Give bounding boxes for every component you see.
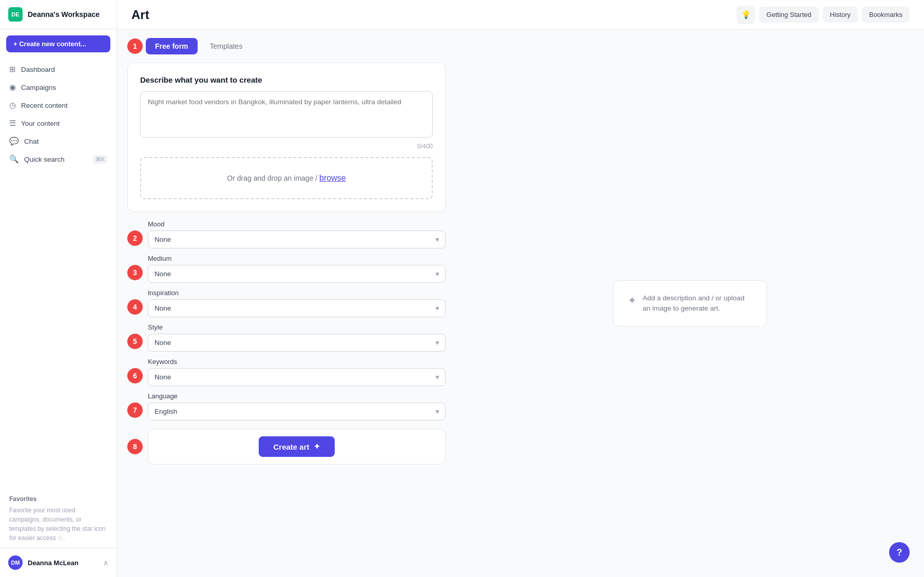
sidebar-footer: DM Deanna McLean ∧ xyxy=(0,548,117,577)
sidebar-item-chat[interactable]: 💬 Chat xyxy=(4,132,112,150)
user-avatar: DM xyxy=(8,555,23,570)
description-card: Describe what you want to create 0/400 O… xyxy=(127,63,446,212)
user-menu-chevron-icon[interactable]: ∧ xyxy=(103,559,108,567)
step-7-badge: 7 xyxy=(127,402,143,418)
inspiration-label: Inspiration xyxy=(148,289,446,297)
form-panel: 1 Free form Templates Describe what you … xyxy=(117,30,456,577)
language-field-col: Language English ▼ xyxy=(148,392,446,420)
style-field-col: Style None ▼ xyxy=(148,323,446,352)
mood-select[interactable]: None xyxy=(148,230,446,248)
step-6-badge: 6 xyxy=(127,368,143,383)
keywords-label: Keywords xyxy=(148,358,446,366)
medium-label: Medium xyxy=(148,255,446,262)
preview-panel: ✦ Add a description and / or upload an i… xyxy=(456,30,924,577)
favorites-title: Favorites xyxy=(9,495,107,503)
step-3-badge: 3 xyxy=(127,265,143,280)
topbar-actions: 💡 Getting Started History Bookmarks xyxy=(737,6,910,24)
inspiration-select[interactable]: None xyxy=(148,299,446,317)
tab-free-form[interactable]: Free form xyxy=(146,38,198,54)
tabs-row: 1 Free form Templates xyxy=(117,30,456,54)
sidebar-item-dashboard-label: Dashboard xyxy=(21,66,55,73)
sidebar-item-recent-content-label: Recent content xyxy=(21,102,68,109)
page-title: Art xyxy=(131,8,149,22)
medium-dropdown-wrapper: None ▼ xyxy=(148,265,446,283)
step-8-badge: 8 xyxy=(127,439,143,454)
browse-link[interactable]: browse xyxy=(319,174,346,182)
preview-hint-card: ✦ Add a description and / or upload an i… xyxy=(613,280,767,327)
sidebar: DE Deanna's Workspace + Create new conte… xyxy=(0,0,117,577)
recent-content-icon: ◷ xyxy=(9,101,16,110)
language-dropdown-wrapper: English ▼ xyxy=(148,402,446,420)
workspace-avatar: DE xyxy=(8,7,23,22)
step-2-badge: 2 xyxy=(127,230,143,246)
step-1-badge: 1 xyxy=(127,39,143,54)
sidebar-item-campaigns-label: Campaigns xyxy=(21,84,56,91)
sidebar-header: DE Deanna's Workspace xyxy=(0,0,117,29)
getting-started-button[interactable]: Getting Started xyxy=(759,7,818,23)
sidebar-nav: ⊞ Dashboard ◉ Campaigns ◷ Recent content… xyxy=(0,59,117,490)
help-button[interactable]: ? xyxy=(889,542,910,563)
describe-section-title: Describe what you want to create xyxy=(140,75,433,84)
dashboard-icon: ⊞ xyxy=(9,65,16,74)
mood-field-row: 2 Mood None ▼ xyxy=(127,220,446,248)
mood-field-col: Mood None ▼ xyxy=(148,220,446,248)
sidebar-item-recent-content[interactable]: ◷ Recent content xyxy=(4,97,112,114)
workspace-name: Deanna's Workspace xyxy=(28,10,100,18)
sidebar-item-your-content-label: Your content xyxy=(21,120,60,127)
chat-icon: 💬 xyxy=(9,137,19,146)
language-select[interactable]: English xyxy=(148,402,446,420)
medium-field-col: Medium None ▼ xyxy=(148,255,446,283)
create-art-card: Create art ✦ xyxy=(148,429,446,465)
main-content: Art 💡 Getting Started History Bookmarks … xyxy=(117,0,924,577)
preview-hint-text: Add a description and / or upload an ima… xyxy=(643,293,752,314)
inspiration-field-col: Inspiration None ▼ xyxy=(148,289,446,317)
favorites-description: Favorite your most used campaigns, docum… xyxy=(9,506,107,543)
keywords-dropdown-wrapper: None ▼ xyxy=(148,368,446,386)
campaigns-icon: ◉ xyxy=(9,83,16,92)
description-textarea[interactable] xyxy=(140,91,433,138)
tab-templates[interactable]: Templates xyxy=(201,38,252,54)
user-info: DM Deanna McLean xyxy=(8,555,79,570)
create-art-label: Create art xyxy=(273,443,309,451)
upload-label: Or drag and drop an image / xyxy=(227,174,319,182)
style-dropdown-wrapper: None ▼ xyxy=(148,334,446,352)
sidebar-item-your-content[interactable]: ☰ Your content xyxy=(4,114,112,132)
sidebar-item-quick-search-label: Quick search xyxy=(24,156,65,163)
bookmarks-button[interactable]: Bookmarks xyxy=(862,7,910,23)
quick-search-shortcut: ⌘K xyxy=(93,155,107,164)
style-label: Style xyxy=(148,323,446,331)
history-button[interactable]: History xyxy=(823,7,858,23)
create-art-row: 8 Create art ✦ xyxy=(127,429,446,465)
style-field-row: 5 Style None ▼ xyxy=(127,323,446,352)
keywords-field-row: 6 Keywords None ▼ xyxy=(127,358,446,386)
sidebar-item-quick-search[interactable]: 🔍 Quick search ⌘K xyxy=(4,150,112,168)
mood-dropdown-wrapper: None ▼ xyxy=(148,230,446,248)
mood-label: Mood xyxy=(148,220,446,228)
medium-select[interactable]: None xyxy=(148,265,446,283)
create-art-sparkle-icon: ✦ xyxy=(314,442,320,451)
create-new-content-button[interactable]: + Create new content... xyxy=(6,35,110,52)
medium-field-row: 3 Medium None ▼ xyxy=(127,255,446,283)
favorites-section: Favorites Favorite your most used campai… xyxy=(0,490,117,548)
step-4-badge: 4 xyxy=(127,299,143,315)
lightbulb-button[interactable]: 💡 xyxy=(737,6,755,24)
language-label: Language xyxy=(148,392,446,400)
create-art-button[interactable]: Create art ✦ xyxy=(259,436,334,457)
keywords-field-col: Keywords None ▼ xyxy=(148,358,446,386)
user-name: Deanna McLean xyxy=(28,559,79,567)
language-field-row: 7 Language English ▼ xyxy=(127,392,446,420)
keywords-select[interactable]: None xyxy=(148,368,446,386)
step-5-badge: 5 xyxy=(127,334,143,349)
sidebar-item-chat-label: Chat xyxy=(24,138,39,145)
quick-search-icon: 🔍 xyxy=(9,155,19,164)
your-content-icon: ☰ xyxy=(9,119,16,128)
style-select[interactable]: None xyxy=(148,334,446,352)
upload-area[interactable]: Or drag and drop an image / browse xyxy=(140,157,433,199)
inspiration-dropdown-wrapper: None ▼ xyxy=(148,299,446,317)
sidebar-item-campaigns[interactable]: ◉ Campaigns xyxy=(4,79,112,96)
content-area: 1 Free form Templates Describe what you … xyxy=(117,30,924,577)
preview-hint-icon: ✦ xyxy=(628,294,637,306)
inspiration-field-row: 4 Inspiration None ▼ xyxy=(127,289,446,317)
sidebar-item-dashboard[interactable]: ⊞ Dashboard xyxy=(4,61,112,78)
char-count: 0/400 xyxy=(140,143,433,150)
